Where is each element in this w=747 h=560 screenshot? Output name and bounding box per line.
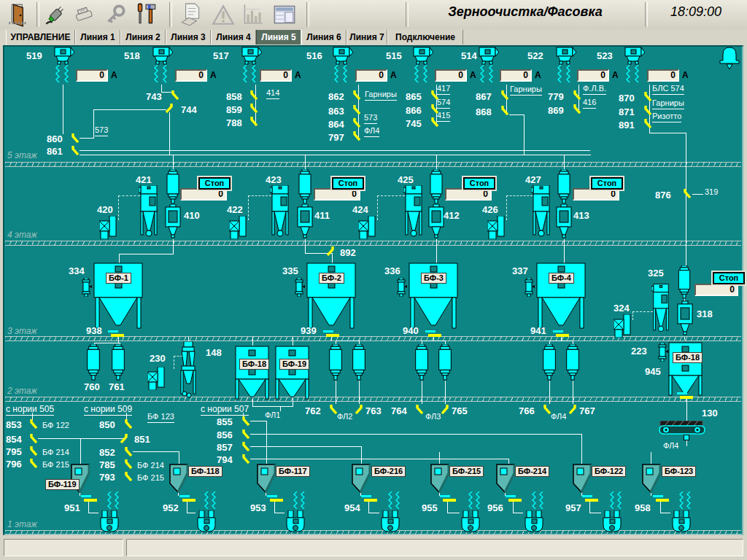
valve-860[interactable] [71,133,80,143]
valve-871[interactable] [643,105,652,115]
valve-892[interactable] [326,246,335,256]
hopper-bf215[interactable] [430,464,449,493]
valve-744[interactable] [165,103,174,113]
gate-938[interactable] [108,330,124,337]
gate-953[interactable] [267,494,283,502]
valve-850[interactable] [124,419,133,429]
gate-952[interactable] [179,494,196,502]
junction-fl4[interactable] [684,435,689,440]
valve-861[interactable] [71,145,80,155]
gate-941[interactable] [553,330,569,337]
stop-button-4[interactable]: Стоп [591,177,623,190]
bagger-952[interactable] [196,510,217,534]
bin-762[interactable] [328,344,344,381]
valve-862[interactable] [352,90,361,100]
valve-870[interactable] [643,91,652,101]
fan-426[interactable] [487,216,506,239]
stop-button-5[interactable]: Стоп [713,272,745,284]
gate-940[interactable] [425,330,441,337]
chute-954-icon[interactable] [387,491,401,509]
chute-955-icon[interactable] [467,491,481,509]
stop-button-1[interactable]: Стоп [198,177,231,190]
filter-423[interactable] [270,185,290,239]
machine-523[interactable] [623,47,645,85]
bagger-953[interactable] [285,510,306,534]
valve-794[interactable] [241,454,250,464]
motor-335[interactable] [293,278,305,297]
vessel-425[interactable] [429,169,444,204]
motor-336[interactable] [395,278,407,297]
machine-516[interactable] [331,47,353,85]
gate-945[interactable] [677,392,693,399]
chute-956-icon[interactable] [530,491,545,509]
chute-953-icon[interactable] [292,491,306,509]
bin-766[interactable] [541,344,557,381]
hopper-bf117[interactable] [257,464,276,493]
gate-955[interactable] [440,494,456,502]
valve-855[interactable] [241,416,250,426]
hopper-bf123[interactable] [642,464,661,493]
motor-334[interactable] [80,278,92,297]
chute-957-icon[interactable] [608,491,623,509]
bagger-958[interactable] [670,510,692,534]
packer-411[interactable] [296,204,314,239]
valve-779[interactable] [573,90,581,100]
gate-939[interactable] [323,330,339,337]
cyclone-148[interactable] [179,341,198,398]
valve-788[interactable] [249,116,258,126]
stop-button-3[interactable]: Стоп [463,177,495,190]
bunker-bf18[interactable] [235,346,270,400]
fan-324[interactable] [614,314,632,338]
valve-765[interactable] [441,404,449,414]
machine-522[interactable] [554,47,576,85]
gate-954[interactable] [361,494,377,502]
filter-425[interactable] [403,185,424,239]
bin-767[interactable] [565,344,581,381]
machine-519[interactable] [53,47,74,85]
valve-785[interactable] [124,459,133,469]
bin-765[interactable] [437,344,453,381]
hopper-bf216[interactable] [352,464,371,493]
valve-869[interactable] [573,104,581,114]
valve-859[interactable] [249,103,258,113]
valve-767[interactable] [568,404,577,414]
valve-876[interactable] [683,188,692,198]
valve-796[interactable] [29,458,38,468]
hopper-bf122[interactable] [573,464,592,493]
gate-957[interactable] [582,494,598,502]
fan-422[interactable] [229,216,248,239]
valve-863[interactable] [352,104,361,114]
machine-518[interactable] [151,47,173,85]
filter-325[interactable] [651,281,670,337]
chute-958-icon[interactable] [678,491,692,509]
valve-868[interactable] [500,105,509,115]
fan-424[interactable] [358,216,377,239]
packer-413[interactable] [555,204,573,239]
packer-412[interactable] [427,204,445,239]
motor-337[interactable] [523,278,535,297]
valve-891[interactable] [643,118,652,128]
bagger-955[interactable] [460,510,481,534]
hopper-bf214[interactable] [496,464,515,493]
valve-743[interactable] [171,90,179,100]
valve-856[interactable] [241,429,250,439]
bagger-951[interactable] [98,510,120,534]
packer-318[interactable] [676,300,694,337]
chute-951-icon[interactable] [106,491,120,509]
alarm-bell-icon[interactable] [719,47,740,70]
gate-951[interactable] [81,494,97,502]
valve-797[interactable] [352,131,361,141]
machine-517[interactable] [240,47,262,85]
valve-764[interactable] [415,404,424,414]
filter-427[interactable] [531,185,551,239]
bagger-954[interactable] [379,510,401,534]
machine-515[interactable] [411,47,433,85]
bagger-957[interactable] [601,510,623,534]
packer-410[interactable] [164,204,182,239]
bunker-bf19[interactable] [275,346,310,400]
bagger-956[interactable] [523,510,545,534]
filter-421[interactable] [139,185,159,239]
valve-852[interactable] [124,446,133,456]
bunker-bf18-right[interactable] [668,338,703,400]
fan-230[interactable] [147,367,166,390]
